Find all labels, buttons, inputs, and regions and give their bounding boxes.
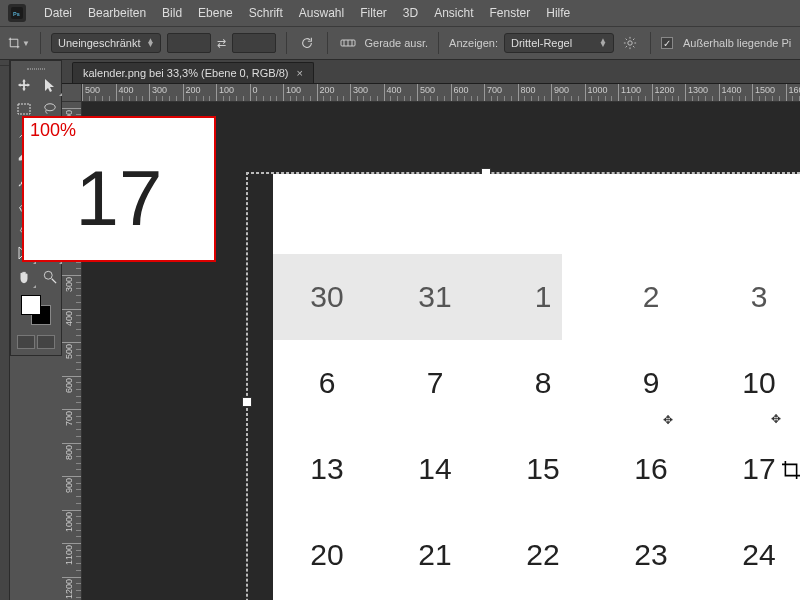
reset-crop-icon[interactable]	[297, 33, 317, 53]
calendar-cell: 2	[597, 280, 705, 314]
svg-point-6	[628, 41, 632, 45]
calendar-cell: 24	[705, 538, 800, 572]
panel-grip[interactable]	[11, 65, 61, 73]
crop-handle[interactable]	[242, 397, 252, 407]
menu-ansicht[interactable]: Ansicht	[426, 6, 481, 20]
separator	[650, 32, 651, 54]
calendar-cell: 23	[597, 538, 705, 572]
zoom-tool[interactable]	[37, 265, 63, 289]
calendar-cell: 6	[273, 366, 381, 400]
separator	[438, 32, 439, 54]
overlay-view-value: Drittel-Regel	[511, 37, 572, 49]
separator	[286, 32, 287, 54]
foreground-color-swatch[interactable]	[21, 295, 41, 315]
calendar-cell: 14	[381, 452, 489, 486]
calendar-cell: 10	[705, 366, 800, 400]
calendar-cell: 17	[705, 452, 800, 486]
view-label: Anzeigen:	[449, 37, 498, 49]
calendar-cell: 30	[273, 280, 381, 314]
selection-tool[interactable]	[37, 73, 63, 97]
zoom-percent-label: 100%	[30, 120, 76, 141]
calendar-cell: 22	[489, 538, 597, 572]
chevron-down-icon: ▼	[22, 39, 30, 48]
quickmask-toggle[interactable]	[17, 335, 35, 349]
calendar-cell: 1	[489, 280, 597, 314]
menubar: Ps Datei Bearbeiten Bild Ebene Schrift A…	[0, 0, 800, 26]
calendar-cell: 9	[597, 366, 705, 400]
delete-outside-label: Außerhalb liegende Pi	[683, 37, 791, 49]
calendar-cell: 3	[705, 280, 800, 314]
ruler-corner[interactable]	[62, 84, 82, 102]
calendar-cell: 16	[597, 452, 705, 486]
crop-height-input[interactable]	[232, 33, 276, 53]
crop-boundary-left	[246, 172, 248, 600]
document-tab[interactable]: kalender.png bei 33,3% (Ebene 0, RGB/8) …	[72, 62, 314, 83]
color-swatches[interactable]	[21, 295, 51, 325]
menu-datei[interactable]: Datei	[36, 6, 80, 20]
overlay-view-select[interactable]: Drittel-Regel ▲▼	[504, 33, 614, 53]
calendar-cell: 21	[381, 538, 489, 572]
svg-point-12	[44, 271, 52, 279]
document-tab-title: kalender.png bei 33,3% (Ebene 0, RGB/8)	[83, 67, 288, 79]
document-tabbar: kalender.png bei 33,3% (Ebene 0, RGB/8) …	[62, 60, 800, 84]
menu-bearbeiten[interactable]: Bearbeiten	[80, 6, 154, 20]
document-page: 3031123 678910 1314151617 2021222324 272…	[273, 174, 800, 600]
menu-auswahl[interactable]: Auswahl	[291, 6, 352, 20]
close-icon[interactable]: ×	[296, 67, 302, 79]
svg-point-8	[45, 104, 56, 111]
menu-hilfe[interactable]: Hilfe	[538, 6, 578, 20]
menu-ebene[interactable]: Ebene	[190, 6, 241, 20]
delete-outside-checkbox[interactable]	[661, 37, 673, 49]
svg-rect-7	[18, 104, 30, 114]
separator	[40, 32, 41, 54]
menu-schrift[interactable]: Schrift	[241, 6, 291, 20]
aspect-ratio-select[interactable]: Uneingeschränkt ▲▼	[51, 33, 161, 53]
calendar-cell: 31	[381, 280, 489, 314]
options-bar: ▼ Uneingeschränkt ▲▼ ⇄ Gerade ausr. Anze…	[0, 26, 800, 60]
zoom-preview-overlay: 100% 17	[22, 116, 216, 262]
zoom-preview-value: 17	[76, 152, 163, 243]
crop-options-gear-icon[interactable]	[620, 33, 640, 53]
calendar-cell: 7	[381, 366, 489, 400]
collapsed-panel-strip[interactable]	[0, 60, 10, 600]
screenmode-toggle[interactable]	[37, 335, 55, 349]
menu-3d[interactable]: 3D	[395, 6, 426, 20]
calendar-cell: 20	[273, 538, 381, 572]
menu-bild[interactable]: Bild	[154, 6, 190, 20]
aspect-ratio-label: Uneingeschränkt	[58, 37, 141, 49]
menu-fenster[interactable]: Fenster	[482, 6, 539, 20]
svg-text:Ps: Ps	[13, 11, 20, 17]
menu-filter[interactable]: Filter	[352, 6, 395, 20]
calendar-cell: 8	[489, 366, 597, 400]
calendar-cell: 15	[489, 452, 597, 486]
move-tool[interactable]	[11, 73, 37, 97]
crop-width-input[interactable]	[167, 33, 211, 53]
app-logo[interactable]: Ps	[8, 4, 26, 22]
swap-icon[interactable]: ⇄	[217, 37, 226, 50]
hand-tool[interactable]	[11, 265, 37, 289]
crop-tool-icon[interactable]: ▼	[8, 32, 30, 54]
straighten-label[interactable]: Gerade ausr.	[364, 37, 428, 49]
straighten-icon[interactable]	[338, 33, 358, 53]
calendar-cell: 13	[273, 452, 381, 486]
ruler-horizontal[interactable]: 5004003002001000100200300400500600700800…	[82, 84, 800, 102]
separator	[327, 32, 328, 54]
